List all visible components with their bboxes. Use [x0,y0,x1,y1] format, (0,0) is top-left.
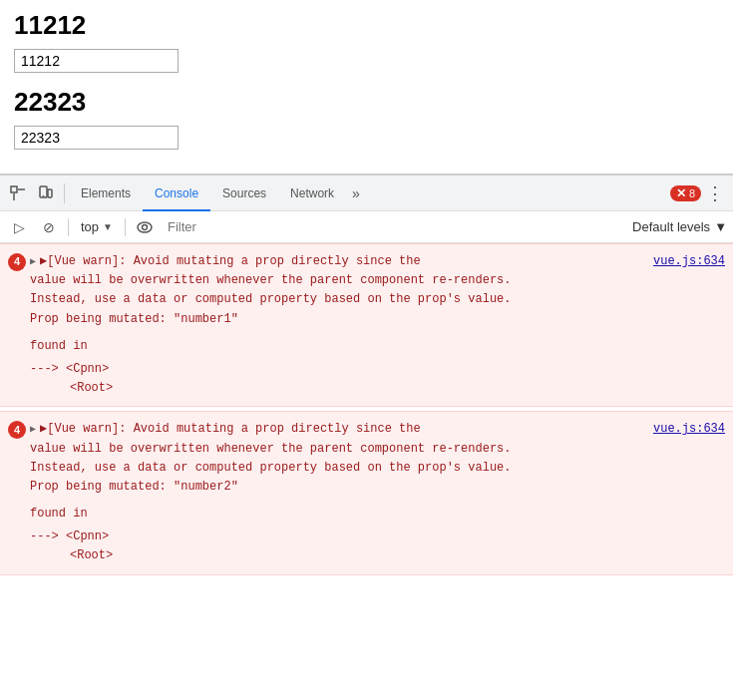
msg-stack-2: found in ---> <Cpnn> <Root> [30,505,725,566]
msg-component2-1: <Root> [30,379,725,398]
error-count: 8 [689,187,695,199]
heading-2: 22323 [14,87,719,118]
svg-point-3 [43,194,45,196]
context-arrow-icon: ▼ [103,221,113,232]
tab-sources[interactable]: Sources [210,175,278,211]
msg-line4-1: Prop being mutated: "number1" [30,310,725,329]
console-messages: 4 ▶ ▶[Vue warn]: Avoid mutating a prop d… [0,243,733,577]
heading-1: 11212 [14,10,719,41]
console-error-msg-2: 4 ▶ ▶[Vue warn]: Avoid mutating a prop d… [0,411,733,574]
context-selector[interactable]: top ▼ [75,217,119,236]
msg-component2-2: <Root> [30,546,725,565]
error-badge[interactable]: ✕ 8 [670,185,701,201]
devtools-tab-bar: Elements Console Sources Network » ✕ 8 ⋮ [0,175,733,211]
default-levels-arrow-icon: ▼ [714,219,727,234]
msg-stack-1: found in ---> <Cpnn> <Root> [30,337,725,399]
console-toolbar-divider-2 [125,218,126,236]
eye-icon[interactable] [132,214,158,240]
error-badge-x-icon: ✕ [676,186,686,200]
console-toolbar-divider [68,218,69,236]
run-icon[interactable]: ▷ [6,214,32,240]
console-toolbar: ▷ ⊘ top ▼ Default levels ▼ [0,211,733,243]
msg-header-2: 4 ▶ ▶[Vue warn]: Avoid mutating a prop d… [8,420,725,439]
msg-line1-2: ▶[Vue warn]: Avoid mutating a prop direc… [40,422,421,436]
console-error-msg-1: 4 ▶ ▶[Vue warn]: Avoid mutating a prop d… [0,243,733,407]
msg-component1-1: ---> <Cpnn> [30,360,725,379]
msg-text-1: ▶[Vue warn]: Avoid mutating a prop direc… [40,252,725,271]
filter-input[interactable] [162,217,628,236]
msg-line3-2: Instead, use a data or computed property… [30,459,725,478]
msg-line2-2: value will be overwritten whenever the p… [30,440,725,459]
svg-rect-2 [48,189,52,197]
msg-line4-2: Prop being mutated: "number2" [30,478,725,497]
msg-badge-2: 4 [8,421,26,439]
tab-more[interactable]: » [346,175,366,211]
input-1[interactable] [14,49,179,73]
msg-line3-1: Instead, use a data or computed property… [30,290,725,309]
msg-link-1[interactable]: vue.js:634 [653,252,725,271]
tab-network[interactable]: Network [278,175,346,211]
tab-divider-1 [64,183,65,203]
msg-component1-2: ---> <Cpnn> [30,527,725,546]
msg-found-in-1: found in [30,337,725,356]
device-icon[interactable] [32,179,60,207]
msg-link-2[interactable]: vue.js:634 [653,420,725,439]
svg-rect-0 [11,186,17,192]
svg-point-5 [142,224,147,229]
msg-found-in-2: found in [30,505,725,524]
msg-text-2: ▶[Vue warn]: Avoid mutating a prop direc… [40,420,725,439]
devtools-menu-button[interactable]: ⋮ [701,179,729,207]
tab-console[interactable]: Console [143,175,210,211]
msg-badge-1: 4 [8,253,26,271]
page-content: 11212 22323 [0,0,733,174]
input-2[interactable] [14,126,179,150]
inspect-icon[interactable] [4,179,32,207]
msg-expand-2[interactable]: ▶ [30,422,36,438]
context-label: top [81,219,99,234]
msg-body-2: value will be overwritten whenever the p… [30,440,725,566]
msg-line1-1: ▶[Vue warn]: Avoid mutating a prop direc… [40,254,421,268]
msg-expand-1[interactable]: ▶ [30,254,36,270]
default-levels-selector[interactable]: Default levels ▼ [632,219,727,234]
svg-point-4 [138,222,152,232]
msg-line2-1: value will be overwritten whenever the p… [30,271,725,290]
msg-header-1: 4 ▶ ▶[Vue warn]: Avoid mutating a prop d… [8,252,725,271]
msg-body-1: value will be overwritten whenever the p… [30,271,725,398]
tab-elements[interactable]: Elements [69,175,143,211]
devtools-panel: Elements Console Sources Network » ✕ 8 ⋮… [0,174,733,577]
block-icon[interactable]: ⊘ [36,214,62,240]
default-levels-label: Default levels [632,219,710,234]
